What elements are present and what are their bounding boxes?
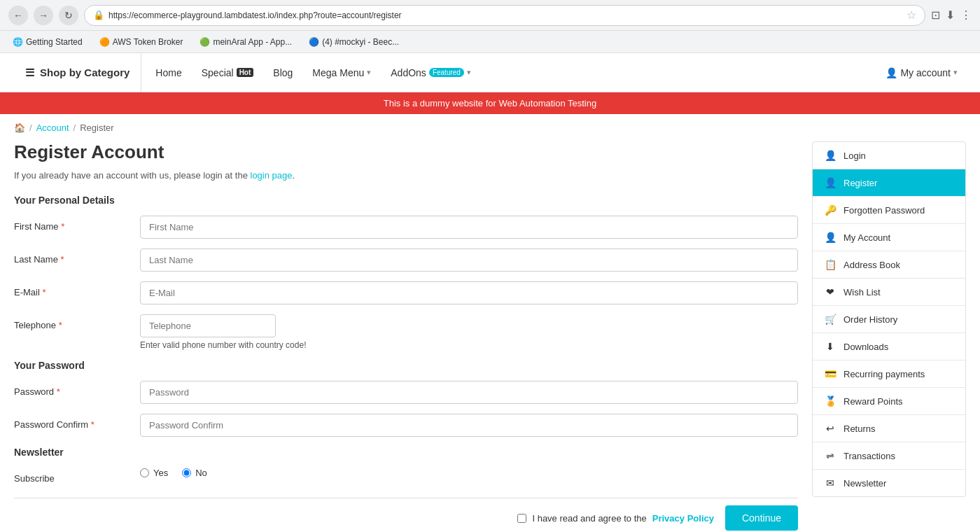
login-page-link[interactable]: login page — [251, 170, 293, 181]
sidebar-register-label: Register — [844, 178, 877, 188]
addons-dropdown-icon: ▾ — [467, 68, 471, 77]
bookmark-icon-getting-started: 🌐 — [13, 37, 23, 47]
nav-my-account[interactable]: 👤 My account ▾ — [877, 62, 966, 84]
shop-by-category[interactable]: ☰ Shop by Category — [14, 53, 141, 92]
last-name-input[interactable] — [140, 248, 798, 272]
bookmark-meinaral[interactable]: 🟢 meinAral App - App... — [195, 36, 296, 48]
sidebar-wish-list-label: Wish List — [844, 287, 881, 298]
bookmark-icon-meinaral: 🟢 — [200, 37, 210, 47]
nav-mega-menu[interactable]: Mega Menu ▾ — [304, 62, 379, 84]
breadcrumb-home[interactable]: 🏠 — [14, 122, 25, 133]
bookmark-icon-aws: 🟠 — [99, 37, 110, 47]
bookmarks-bar: 🌐 Getting Started 🟠 AWS Token Broker 🟢 m… — [0, 31, 980, 53]
yes-text: Yes — [153, 468, 168, 478]
browser-bar: ← → ↻ 🔒 https://ecommerce-playground.lam… — [0, 0, 980, 31]
first-name-required: * — [61, 221, 64, 232]
star-icon[interactable]: ☆ — [906, 8, 916, 22]
sidebar-item-register[interactable]: 👤 Register — [813, 169, 965, 197]
privacy-checkbox[interactable] — [517, 514, 526, 523]
sidebar-item-my-account[interactable]: 👤 My Account — [813, 224, 965, 251]
sidebar-item-downloads[interactable]: ⬇ Downloads — [813, 333, 965, 360]
privacy-policy-link[interactable]: Privacy Policy — [652, 513, 714, 524]
reload-button[interactable]: ↻ — [59, 6, 78, 25]
sidebar-item-returns[interactable]: ↩ Returns — [813, 415, 965, 442]
sidebar-item-reward-points[interactable]: 🏅 Reward Points — [813, 388, 965, 415]
nav-special[interactable]: Special Hot — [193, 62, 262, 84]
download-icon[interactable]: ⬇ — [946, 8, 955, 22]
sidebar-login-label: Login — [844, 150, 866, 161]
sidebar-order-history-label: Order History — [844, 314, 897, 325]
wish-list-icon: ❤ — [824, 286, 836, 298]
login-link-text: login page — [251, 170, 293, 181]
sidebar-transactions-label: Transactions — [844, 451, 895, 461]
last-name-required: * — [61, 254, 64, 265]
back-button[interactable]: ← — [8, 6, 28, 25]
bookmark-getting-started[interactable]: 🌐 Getting Started — [8, 36, 87, 48]
home-breadcrumb-icon: 🏠 — [14, 122, 25, 133]
sidebar-item-recurring-payments[interactable]: 💳 Recurring payments — [813, 360, 965, 388]
nav-links: Home Special Hot Blog Mega Menu ▾ AddOns… — [141, 62, 877, 84]
breadcrumb-account[interactable]: Account — [36, 122, 69, 133]
first-name-group: First Name * — [14, 216, 798, 239]
subscribe-no-radio[interactable] — [182, 468, 191, 477]
subscribe-no-label[interactable]: No — [182, 468, 207, 478]
telephone-required: * — [59, 320, 62, 330]
sidebar-item-newsletter[interactable]: ✉ Newsletter — [813, 470, 965, 496]
mega-menu-label: Mega Menu — [312, 67, 364, 78]
mega-menu-dropdown-icon: ▾ — [367, 68, 371, 77]
first-name-input[interactable] — [140, 216, 798, 239]
url-bar[interactable]: 🔒 https://ecommerce-playground.lambdates… — [84, 5, 925, 26]
bookmark-icon[interactable]: ⊡ — [931, 8, 940, 22]
privacy-text: I have read and agree to the — [532, 513, 646, 524]
downloads-icon: ⬇ — [824, 341, 836, 352]
password-section-title: Your Password — [14, 360, 798, 371]
sidebar-item-login[interactable]: 👤 Login — [813, 142, 965, 169]
sidebar-item-transactions[interactable]: ⇌ Transactions — [813, 442, 965, 470]
telephone-input[interactable] — [140, 314, 276, 337]
login-prompt-end: . — [293, 170, 295, 181]
forward-button[interactable]: → — [34, 6, 53, 25]
sidebar-recurring-label: Recurring payments — [844, 369, 925, 379]
continue-button[interactable]: Continue — [725, 505, 798, 531]
password-required: * — [57, 386, 60, 397]
sidebar-item-wish-list[interactable]: ❤ Wish List — [813, 279, 965, 306]
login-icon: 👤 — [824, 150, 836, 161]
email-input[interactable] — [140, 281, 798, 304]
email-required: * — [42, 287, 46, 298]
telephone-label: Telephone * — [14, 314, 140, 330]
home-nav-label: Home — [155, 67, 181, 78]
password-group: Password * — [14, 381, 798, 404]
bookmark-aws[interactable]: 🟠 AWS Token Broker — [95, 36, 188, 48]
password-confirm-input[interactable] — [140, 414, 798, 437]
menu-icon[interactable]: ⋮ — [960, 8, 972, 22]
sidebar-item-order-history[interactable]: 🛒 Order History — [813, 306, 965, 333]
email-group: E-Mail * — [14, 281, 798, 304]
privacy-link-text: Privacy Policy — [652, 513, 714, 524]
forgotten-password-icon: 🔑 — [824, 204, 836, 216]
newsletter-section-title: Newsletter — [14, 447, 798, 458]
address-book-icon: 📋 — [824, 259, 836, 270]
sidebar-item-address-book[interactable]: 📋 Address Book — [813, 251, 965, 279]
sidebar-item-forgotten-password[interactable]: 🔑 Forgotten Password — [813, 197, 965, 224]
last-name-group: Last Name * — [14, 248, 798, 272]
browser-actions: ⊡ ⬇ ⋮ — [931, 8, 972, 22]
nav-addons[interactable]: AddOns Featured ▾ — [382, 62, 479, 84]
my-account-dropdown-icon: ▾ — [953, 68, 958, 77]
banner-text: This is a dummy website for Web Automati… — [384, 98, 596, 108]
my-account-icon: 👤 — [824, 232, 836, 243]
shop-by-category-label: Shop by Category — [40, 66, 130, 78]
telephone-group: Telephone * Enter valid phone number wit… — [14, 314, 798, 350]
subscribe-group: Subscribe Yes No — [14, 468, 798, 484]
bookmark-label-mockyi: (4) #mockyi - Beec... — [322, 37, 399, 47]
bookmark-label-aws: AWS Token Broker — [113, 37, 183, 47]
form-area: Register Account If you already have an … — [14, 141, 798, 531]
hamburger-icon: ☰ — [25, 66, 34, 79]
password-input[interactable] — [140, 381, 798, 404]
nav-home[interactable]: Home — [147, 62, 190, 84]
order-history-icon: 🛒 — [824, 314, 836, 325]
subscribe-yes-radio[interactable] — [140, 468, 149, 477]
nav-blog[interactable]: Blog — [265, 62, 301, 84]
top-nav: ☰ Shop by Category Home Special Hot Blog… — [0, 53, 980, 92]
subscribe-yes-label[interactable]: Yes — [140, 468, 168, 478]
bookmark-mockyi[interactable]: 🔵 (4) #mockyi - Beec... — [304, 36, 403, 48]
